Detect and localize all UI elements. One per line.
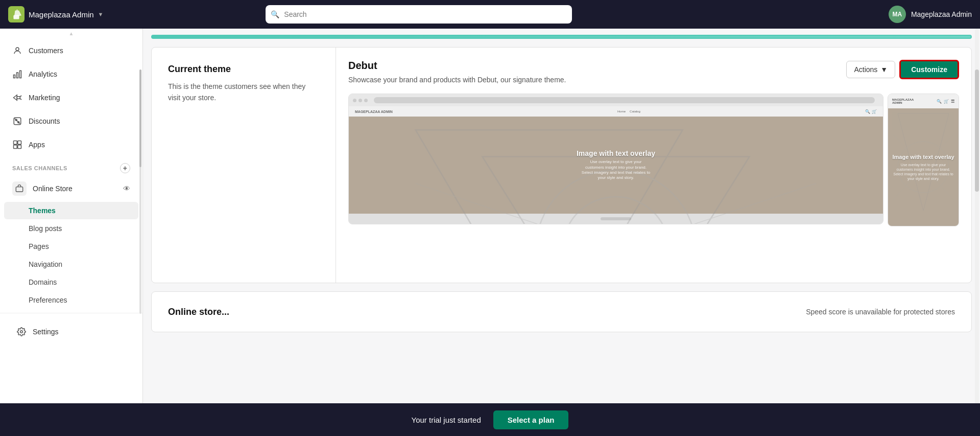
search-input[interactable] xyxy=(266,5,572,24)
url-bar xyxy=(374,97,875,103)
add-sales-channel-button[interactable]: + xyxy=(120,163,130,173)
sidebar-sub-item-pages[interactable]: Pages xyxy=(4,238,138,255)
trial-text: Your trial just started xyxy=(412,416,481,424)
mobile-menu-icon: ☰ xyxy=(951,99,954,104)
sidebar-sub-item-navigation[interactable]: Navigation xyxy=(4,256,138,273)
mobile-search-icon: 🔍 xyxy=(937,99,942,104)
online-store-label: Online Store xyxy=(33,185,73,193)
eye-icon[interactable]: 👁 xyxy=(123,185,130,193)
avatar: MA xyxy=(889,6,906,23)
mockup-nav-home: Home xyxy=(617,110,626,113)
sidebar-item-settings[interactable]: Settings xyxy=(8,320,134,343)
theme-actions: Actions ▼ Customize xyxy=(846,60,959,79)
svg-marker-6 xyxy=(14,95,17,101)
svg-rect-18 xyxy=(16,187,22,192)
svg-line-24 xyxy=(416,183,817,224)
main-scrollbar[interactable] xyxy=(975,29,979,436)
trial-bar: Your trial just started Select a plan xyxy=(0,403,980,436)
sidebar-sub-item-preferences[interactable]: Preferences xyxy=(4,291,138,309)
sales-channels-section: SALES CHANNELS + xyxy=(0,157,142,175)
sidebar-item-online-store[interactable]: Online Store 👁 xyxy=(4,176,138,201)
analytics-icon xyxy=(12,69,22,79)
mockup-nav-catalog: Catalog xyxy=(630,110,640,113)
svg-rect-3 xyxy=(14,75,15,78)
mockup-nav: MAGEPLAZAA ADMIN Home Catalog 🔍 🛒 xyxy=(349,106,883,117)
second-theme-label: Online store... xyxy=(168,307,229,317)
customers-icon xyxy=(12,45,22,56)
select-plan-button[interactable]: Select a plan xyxy=(493,410,569,429)
svg-line-8 xyxy=(20,96,21,97)
svg-point-23 xyxy=(562,197,669,224)
svg-rect-5 xyxy=(20,71,21,78)
sidebar-analytics-label: Analytics xyxy=(29,70,57,78)
preferences-label: Preferences xyxy=(29,296,67,304)
current-theme-desc: This is the theme customers see when the… xyxy=(168,81,319,104)
mockup-hero: Image with text overlay Use overlay text… xyxy=(349,117,883,214)
brand-chevron-icon: ▼ xyxy=(98,11,104,17)
main-layout: ▲ Customers Analytics Marketing Discount xyxy=(0,29,980,436)
preview-mockup: MAGEPLAZAA ADMIN Home Catalog 🔍 🛒 xyxy=(348,94,959,270)
theme-card: Current theme This is the theme customer… xyxy=(152,48,971,283)
svg-point-2 xyxy=(16,48,19,51)
actions-chevron-icon: ▼ xyxy=(880,65,888,74)
sidebar-sub-item-domains[interactable]: Domains xyxy=(4,273,138,291)
svg-rect-7 xyxy=(17,97,20,99)
theme-subtitle: Showcase your brand and products with De… xyxy=(348,75,566,85)
second-theme-section: Online store... Speed score is unavailab… xyxy=(151,291,972,332)
mockup-cart-icon: 🛒 xyxy=(872,109,877,114)
sidebar-sub-item-blog-posts[interactable]: Blog posts xyxy=(4,220,138,237)
dot2 xyxy=(358,99,362,102)
current-theme-title: Current theme xyxy=(168,64,319,75)
pages-label: Pages xyxy=(29,242,49,250)
brand-logo[interactable]: Mageplazaa Admin ▼ xyxy=(8,6,103,22)
svg-rect-14 xyxy=(14,141,17,145)
sidebar-sub-item-themes[interactable]: Themes xyxy=(4,202,138,219)
sidebar-bottom: Settings xyxy=(0,313,142,350)
svg-rect-1 xyxy=(13,15,19,19)
blog-posts-label: Blog posts xyxy=(29,224,62,233)
sidebar-item-discounts[interactable]: Discounts xyxy=(4,110,138,132)
top-nav: Mageplazaa Admin ▼ 🔍 MA Mageplazaa Admin xyxy=(0,0,980,29)
dot3 xyxy=(364,99,368,102)
domains-label: Domains xyxy=(29,278,57,286)
content-area: Current theme This is the theme customer… xyxy=(143,39,980,340)
sidebar-apps-label: Apps xyxy=(29,141,45,149)
mockup-store-name: MAGEPLAZAA ADMIN xyxy=(355,110,393,113)
actions-dropdown-button[interactable]: Actions ▼ xyxy=(846,61,895,78)
sidebar-scrollbar[interactable] xyxy=(139,70,141,314)
mockup-top-bar xyxy=(349,94,883,106)
main-scrollbar-thumb xyxy=(975,70,979,192)
sidebar-item-analytics[interactable]: Analytics xyxy=(4,63,138,85)
customize-button[interactable]: Customize xyxy=(899,60,959,79)
speed-score-text: Speed score is unavailable for protected… xyxy=(806,308,955,316)
settings-label: Settings xyxy=(33,328,59,336)
theme-preview-header: Debut Showcase your brand and products w… xyxy=(348,60,959,85)
teal-band xyxy=(151,35,972,39)
discounts-icon xyxy=(12,116,22,126)
mockup-hero-subtext: Use overlay text to give your customers … xyxy=(580,159,652,181)
svg-line-9 xyxy=(20,99,21,100)
mockup-hero-text: Image with text overlay xyxy=(577,149,655,157)
mockup-mobile-nav: MAGEPLAZAAADMIN 🔍 🛒 ☰ xyxy=(888,94,959,108)
marketing-icon xyxy=(12,93,22,103)
sidebar-item-marketing[interactable]: Marketing xyxy=(4,86,138,109)
sidebar-item-apps[interactable]: Apps xyxy=(4,133,138,156)
settings-icon xyxy=(16,327,27,337)
sidebar-item-customers[interactable]: Customers xyxy=(4,39,138,62)
mockup-mobile-hero-subtext: Use overlay text to give your customers … xyxy=(888,163,959,181)
brand-name: Mageplazaa Admin xyxy=(29,10,94,19)
top-nav-right: MA Mageplazaa Admin xyxy=(889,6,972,23)
svg-rect-16 xyxy=(14,145,17,149)
sidebar-marketing-label: Marketing xyxy=(29,94,60,102)
sidebar-discounts-label: Discounts xyxy=(29,117,60,125)
svg-rect-17 xyxy=(18,145,21,149)
mobile-cart-icon: 🛒 xyxy=(944,99,949,104)
theme-preview-area: Debut Showcase your brand and products w… xyxy=(336,48,971,283)
theme-title-block: Debut Showcase your brand and products w… xyxy=(348,60,566,85)
theme-section: Current theme This is the theme customer… xyxy=(151,47,972,283)
mobile-store-name: MAGEPLAZAAADMIN xyxy=(892,98,914,104)
main-content: Current theme This is the theme customer… xyxy=(143,29,980,436)
search-bar: 🔍 xyxy=(266,5,572,24)
mockup-search-icon: 🔍 xyxy=(865,109,870,114)
theme-info: Current theme This is the theme customer… xyxy=(152,48,336,283)
